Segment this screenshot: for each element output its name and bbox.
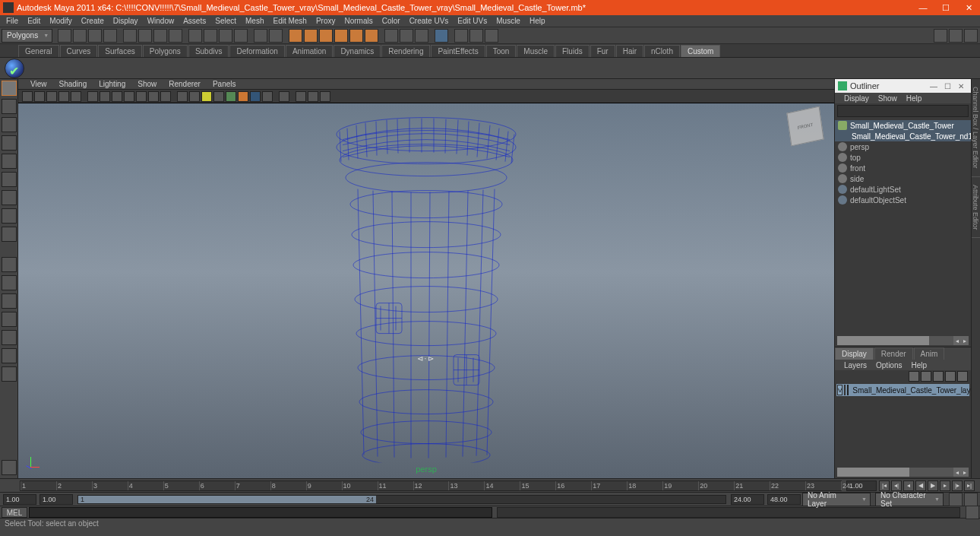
- outliner-hscrollbar[interactable]: ◂▸: [837, 336, 969, 345]
- go-end-button[interactable]: ▸|: [964, 480, 975, 491]
- menu-edit-uvs[interactable]: Edit UVs: [453, 17, 492, 25]
- lasso-tool[interactable]: [2, 99, 17, 114]
- vp-icon[interactable]: [189, 91, 200, 102]
- step-back-key-button[interactable]: ◂|: [891, 480, 902, 491]
- snap-icon[interactable]: [365, 29, 378, 43]
- vp-icon[interactable]: [238, 91, 248, 102]
- command-language-label[interactable]: MEL: [2, 507, 27, 518]
- show-manip-tool[interactable]: [2, 227, 17, 242]
- shelf-tab-deformation[interactable]: Deformation: [229, 45, 284, 57]
- layer-icon[interactable]: [921, 371, 931, 382]
- sidebar-tab-attribute-editor[interactable]: Attribute Editor: [972, 177, 980, 239]
- tool-icon[interactable]: [58, 29, 71, 43]
- viewport-menu-show[interactable]: Show: [131, 80, 163, 88]
- tool-icon[interactable]: [469, 29, 483, 43]
- snap-icon[interactable]: [349, 29, 363, 43]
- tool-icon[interactable]: [123, 29, 137, 43]
- character-set-dropdown[interactable]: No Character Set: [875, 493, 944, 506]
- go-start-button[interactable]: |◂: [879, 480, 890, 491]
- vp-icon[interactable]: [177, 91, 188, 102]
- layout-icon[interactable]: [934, 29, 947, 43]
- vp-icon[interactable]: [71, 91, 81, 102]
- vp-icon[interactable]: [58, 91, 69, 102]
- vp-icon[interactable]: [34, 91, 45, 102]
- layout-button[interactable]: [2, 330, 17, 345]
- time-display[interactable]: 1.00: [846, 480, 877, 491]
- layer-hscrollbar[interactable]: ◂▸: [837, 468, 969, 477]
- autokey-button[interactable]: [949, 493, 963, 506]
- outliner-item[interactable]: defaultLightSet: [835, 184, 971, 195]
- vp-icon[interactable]: [136, 91, 147, 102]
- outliner-menu-show[interactable]: Show: [874, 94, 902, 103]
- outliner-item[interactable]: side: [835, 173, 971, 184]
- shelf-tab-ncloth[interactable]: nCloth: [644, 45, 680, 57]
- tool-icon[interactable]: [219, 29, 232, 43]
- outliner-item[interactable]: top: [835, 152, 971, 163]
- menu-modify[interactable]: Modify: [45, 17, 76, 25]
- layout-button[interactable]: [2, 312, 17, 327]
- viewport-menu-shading[interactable]: Shading: [53, 80, 93, 88]
- shelf-tab-fur[interactable]: Fur: [590, 45, 615, 57]
- tool-icon[interactable]: [88, 29, 102, 43]
- layer-tab-render[interactable]: Render: [874, 347, 913, 360]
- layer-icon[interactable]: [945, 371, 956, 382]
- vp-icon[interactable]: [262, 91, 273, 102]
- tool-icon[interactable]: [485, 29, 498, 43]
- outliner-item[interactable]: defaultObjectSet: [835, 195, 971, 205]
- layout-button[interactable]: [2, 293, 17, 309]
- vp-icon[interactable]: [201, 91, 212, 102]
- layout-icon[interactable]: [949, 29, 963, 43]
- maximize-button[interactable]: ☐: [934, 0, 957, 15]
- shelf-tab-toon[interactable]: Toon: [486, 45, 517, 57]
- snap-icon[interactable]: [334, 29, 348, 43]
- viewport-menu-panels[interactable]: Panels: [207, 80, 242, 88]
- shelf-tab-fluids[interactable]: Fluids: [555, 45, 590, 57]
- minimize-button[interactable]: —: [912, 0, 934, 15]
- tool-icon[interactable]: [153, 29, 167, 43]
- layer-visibility-toggle[interactable]: V: [837, 385, 842, 395]
- menu-edit-mesh[interactable]: Edit Mesh: [268, 17, 311, 25]
- tool-settings-button[interactable]: [2, 460, 17, 475]
- tool-icon[interactable]: [138, 29, 152, 43]
- tool-icon[interactable]: [73, 29, 87, 43]
- vp-icon[interactable]: [213, 91, 224, 102]
- menu-window[interactable]: Window: [143, 17, 179, 25]
- shelf-tab-surfaces[interactable]: Surfaces: [98, 45, 141, 57]
- vp-icon[interactable]: [112, 91, 122, 102]
- layer-icon[interactable]: [933, 371, 944, 382]
- menu-assets[interactable]: Assets: [179, 17, 210, 25]
- layer-type-toggle[interactable]: [844, 385, 846, 395]
- range-slider[interactable]: 1 24: [77, 495, 726, 504]
- layer-menu-options[interactable]: Options: [871, 361, 906, 369]
- playback-start-field[interactable]: 1.00: [40, 494, 73, 505]
- snap-icon[interactable]: [319, 29, 333, 43]
- shelf-tab-rendering[interactable]: Rendering: [381, 45, 430, 57]
- shelf-tab-curves[interactable]: Curves: [60, 45, 98, 57]
- outliner-item[interactable]: Small_Medieval_Castle_Tower: [835, 120, 971, 131]
- tool-icon[interactable]: [254, 29, 267, 43]
- tool-icon[interactable]: [269, 29, 283, 43]
- menu-create[interactable]: Create: [77, 17, 109, 25]
- outliner-tree[interactable]: Small_Medieval_Castle_TowerSmall_Medieva…: [835, 119, 971, 335]
- shelf-tab-subdivs[interactable]: Subdivs: [188, 45, 229, 57]
- menu-color[interactable]: Color: [378, 17, 405, 25]
- move-tool[interactable]: [2, 135, 17, 151]
- outliner-item[interactable]: front: [835, 163, 971, 173]
- shelf-tab-dynamics[interactable]: Dynamics: [334, 45, 381, 57]
- layer-color-swatch[interactable]: [847, 385, 849, 395]
- menu-proxy[interactable]: Proxy: [311, 17, 340, 25]
- vp-icon[interactable]: [124, 91, 134, 102]
- outliner-menu-display[interactable]: Display: [839, 94, 874, 103]
- panel-minimize-button[interactable]: —: [927, 82, 940, 90]
- paint-select-tool[interactable]: [2, 117, 17, 132]
- tool-icon[interactable]: [454, 29, 468, 43]
- snap-icon[interactable]: [289, 29, 302, 43]
- outliner-item[interactable]: persp: [835, 141, 971, 152]
- shelf-tab-polygons[interactable]: Polygons: [143, 45, 188, 57]
- viewport-menu-view[interactable]: View: [24, 80, 53, 88]
- layout-button[interactable]: [2, 366, 17, 382]
- tool-icon[interactable]: [188, 29, 202, 43]
- shelf-tab-painteffects[interactable]: PaintEffects: [431, 45, 485, 57]
- menu-mesh[interactable]: Mesh: [241, 17, 268, 25]
- vp-icon[interactable]: [160, 91, 171, 102]
